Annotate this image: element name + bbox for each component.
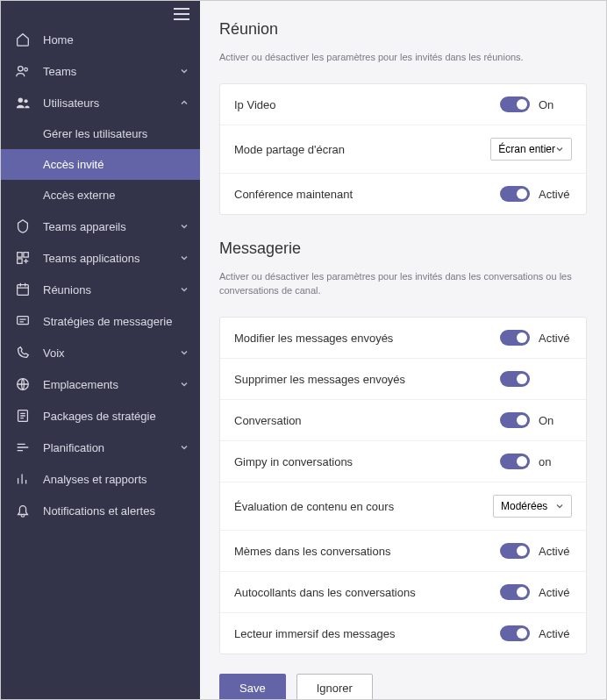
meeting-title: Réunion bbox=[219, 20, 587, 39]
sidebar-item-label: Home bbox=[43, 33, 189, 46]
sidebar-item-label: Planification bbox=[43, 441, 179, 454]
dropdown-value: Écran entier bbox=[498, 143, 555, 155]
sidebar-item-policy-packages[interactable]: Packages de stratégie bbox=[1, 400, 200, 432]
chevron-down-icon bbox=[179, 253, 189, 263]
globe-icon bbox=[15, 376, 31, 392]
sidebar-item-notifications[interactable]: Notifications et alertes bbox=[1, 495, 200, 526]
row-memes: Mèmes dans les conversations Activé bbox=[220, 531, 586, 572]
toggle-edit-messages[interactable] bbox=[500, 330, 530, 346]
discard-button[interactable]: Ignorer bbox=[296, 674, 373, 699]
sidebar-subitem-manage-users[interactable]: Gérer les utilisateurs bbox=[1, 118, 200, 149]
svg-point-0 bbox=[18, 67, 23, 71]
toggle-immersive-reader[interactable] bbox=[500, 625, 530, 641]
sidebar-item-meetings[interactable]: Réunions bbox=[1, 274, 200, 305]
dropdown-content-moderation[interactable]: Modérées bbox=[493, 495, 572, 518]
toggle-meet-now[interactable] bbox=[500, 186, 530, 202]
sidebar-item-label: Emplacements bbox=[43, 378, 179, 391]
sidebar-item-home[interactable]: Home bbox=[1, 24, 200, 55]
row-immersive-reader: Lecteur immersif des messages Activé bbox=[220, 613, 586, 654]
row-label: Autocollants dans les conversations bbox=[234, 586, 500, 599]
row-label: Supprimer les messages envoyés bbox=[234, 373, 500, 386]
sidebar-item-label: Utilisateurs bbox=[43, 96, 179, 110]
sidebar-item-locations[interactable]: Emplacements bbox=[1, 368, 200, 400]
sidebar-item-teams[interactable]: Teams bbox=[1, 55, 200, 87]
row-label: Mode partage d'écran bbox=[234, 143, 490, 156]
sidebar-item-users[interactable]: Utilisateurs bbox=[1, 87, 200, 118]
message-icon bbox=[15, 313, 31, 329]
phone-icon bbox=[15, 345, 31, 361]
row-label: Ip Video bbox=[234, 98, 500, 111]
toggle-state: Activé bbox=[539, 586, 572, 599]
row-label: Évaluation de contenu en cours bbox=[234, 500, 493, 513]
messaging-desc: Activer ou désactiver les paramètres pou… bbox=[219, 270, 587, 297]
toggle-stickers[interactable] bbox=[500, 584, 530, 600]
row-label: Mèmes dans les conversations bbox=[234, 545, 500, 558]
row-label: Conférence maintenant bbox=[234, 188, 500, 201]
sidebar-subitem-external-access[interactable]: Accès externe bbox=[1, 180, 200, 211]
apps-icon bbox=[15, 250, 31, 266]
messaging-title: Messagerie bbox=[219, 239, 587, 258]
svg-rect-8 bbox=[18, 317, 29, 325]
home-icon bbox=[15, 32, 31, 47]
toggle-chat[interactable] bbox=[500, 412, 530, 428]
meeting-panel: Ip Video On Mode partage d'écran Écran e… bbox=[219, 83, 587, 215]
chevron-down-icon bbox=[555, 145, 564, 154]
svg-point-3 bbox=[25, 99, 28, 103]
svg-point-2 bbox=[18, 98, 23, 103]
hamburger-icon[interactable] bbox=[174, 8, 189, 20]
toggle-state: on bbox=[539, 455, 572, 468]
sidebar-top bbox=[1, 1, 200, 24]
toggle-state: On bbox=[539, 98, 572, 111]
sidebar-item-label: Stratégies de messagerie bbox=[43, 315, 189, 328]
toggle-gimpy[interactable] bbox=[500, 454, 530, 469]
sidebar-item-teams-devices[interactable]: Teams appareils bbox=[1, 211, 200, 242]
row-label: Modifier les messages envoyés bbox=[234, 332, 500, 345]
save-button[interactable]: Save bbox=[219, 674, 286, 699]
dropdown-screen-share[interactable]: Écran entier bbox=[490, 138, 572, 161]
toggle-state: On bbox=[539, 414, 572, 427]
meeting-section: Réunion Activer ou désactiver les paramè… bbox=[200, 1, 606, 83]
row-label: Conversation bbox=[234, 414, 500, 427]
sidebar-item-label: Analyses et rapports bbox=[43, 473, 189, 486]
toggle-memes[interactable] bbox=[500, 543, 530, 559]
chevron-down-icon bbox=[555, 502, 564, 511]
row-label: Lecteur immersif des messages bbox=[234, 627, 500, 640]
sidebar-item-label: Teams bbox=[43, 65, 179, 78]
sidebar: Home Teams Utilisateurs Gérer les utilis… bbox=[1, 1, 200, 699]
row-content-moderation: Évaluation de contenu en cours Modérées bbox=[220, 482, 586, 531]
row-stickers: Autocollants dans les conversations Acti… bbox=[220, 572, 586, 613]
row-gimpy-conversations: Gimpy in conversations on bbox=[220, 441, 586, 482]
sidebar-item-label: Teams applications bbox=[43, 252, 179, 265]
row-delete-messages: Supprimer les messages envoyés bbox=[220, 359, 586, 400]
toggle-ip-video[interactable] bbox=[500, 96, 530, 112]
calendar-icon bbox=[15, 282, 31, 297]
sidebar-item-label: Voix bbox=[43, 346, 179, 360]
chevron-down-icon bbox=[179, 379, 189, 389]
sidebar-item-planning[interactable]: Planification bbox=[1, 432, 200, 463]
chevron-down-icon bbox=[179, 347, 189, 358]
sidebar-item-teams-apps[interactable]: Teams applications bbox=[1, 242, 200, 274]
svg-rect-4 bbox=[18, 253, 22, 257]
toggle-state: Activé bbox=[539, 545, 572, 558]
main-content: Réunion Activer ou désactiver les paramè… bbox=[200, 1, 606, 699]
bell-icon bbox=[15, 503, 31, 518]
svg-rect-5 bbox=[24, 253, 28, 257]
device-icon bbox=[15, 218, 31, 234]
toggle-delete-messages[interactable] bbox=[500, 371, 530, 387]
sidebar-item-messaging-policies[interactable]: Stratégies de messagerie bbox=[1, 305, 200, 337]
footer-buttons: Save Ignorer bbox=[200, 660, 606, 699]
toggle-state: Activé bbox=[539, 188, 572, 201]
messaging-section: Messagerie Activer ou désactiver les par… bbox=[200, 220, 606, 317]
sidebar-item-voice[interactable]: Voix bbox=[1, 337, 200, 368]
users-icon bbox=[15, 95, 31, 111]
svg-rect-6 bbox=[18, 259, 22, 263]
meeting-desc: Activer ou désactiver les paramètres pou… bbox=[219, 51, 587, 64]
chevron-down-icon bbox=[179, 284, 189, 295]
sidebar-subitem-guest-access[interactable]: Accès invité bbox=[1, 149, 200, 180]
row-ip-video: Ip Video On bbox=[220, 84, 586, 125]
sidebar-item-analytics[interactable]: Analyses et rapports bbox=[1, 463, 200, 495]
planning-icon bbox=[15, 439, 31, 455]
row-edit-messages: Modifier les messages envoyés Activé bbox=[220, 318, 586, 359]
messaging-panel: Modifier les messages envoyés Activé Sup… bbox=[219, 317, 587, 654]
sidebar-item-label: Packages de stratégie bbox=[43, 410, 189, 423]
